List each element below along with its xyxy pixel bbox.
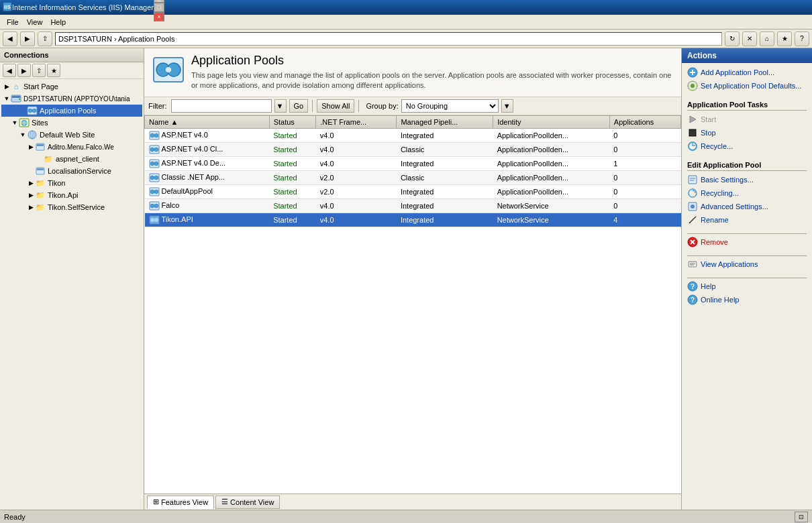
svg-line-56 bbox=[689, 217, 696, 223]
connections-tree: ▶ ⌂ Start Page ▼ DSP1TSATURN (APPTOYOU\t… bbox=[0, 79, 144, 510]
features-view-label: Features View bbox=[161, 498, 208, 506]
tree-item-sites[interactable]: ▼ 🌐 Sites bbox=[1, 117, 142, 129]
view-apps-link[interactable]: View Applications bbox=[687, 257, 807, 271]
table-row[interactable]: DefaultAppPoolStartedv2.0IntegratedAppli… bbox=[145, 184, 681, 198]
svg-point-26 bbox=[154, 148, 158, 152]
tree-item-aditro[interactable]: ▶ Aditro.Menu.Falco.We bbox=[1, 141, 142, 153]
conn-star-button[interactable]: ★ bbox=[47, 64, 60, 77]
tree-item-start-page[interactable]: ▶ ⌂ Start Page bbox=[1, 80, 142, 93]
table-row[interactable]: Classic .NET App...Startedv2.0ClassicApp… bbox=[145, 170, 681, 184]
favorites-button[interactable]: ★ bbox=[777, 32, 792, 46]
remove-link[interactable]: Remove bbox=[687, 235, 807, 249]
online-help-link[interactable]: ? Online Help bbox=[687, 293, 807, 306]
tree-label: Tikon.Api bbox=[48, 191, 78, 199]
stop-loading-button[interactable]: ✕ bbox=[742, 32, 757, 46]
svg-text:?: ? bbox=[691, 283, 695, 290]
basic-settings-link[interactable]: Basic Settings... bbox=[687, 173, 807, 186]
col-identity[interactable]: Identity bbox=[493, 115, 610, 128]
up-button[interactable]: ⇧ bbox=[38, 32, 52, 46]
recycling-icon bbox=[687, 188, 698, 198]
tree-item-default-web-site[interactable]: ▼ Default Web Site bbox=[1, 129, 142, 141]
table-row[interactable]: ASP.NET v4.0 Cl...Startedv4.0ClassicAppl… bbox=[145, 142, 681, 156]
menu-help[interactable]: Help bbox=[46, 17, 70, 27]
add-app-pool-link[interactable]: Add Application Pool... bbox=[687, 66, 807, 79]
back-button[interactable]: ◀ bbox=[3, 32, 17, 46]
address-input[interactable]: DSP1TSATURN › Application Pools bbox=[55, 32, 722, 46]
tasks-title: Application Pool Tasks bbox=[687, 98, 807, 111]
basic-settings-icon bbox=[687, 174, 698, 185]
refresh-button[interactable]: ↻ bbox=[725, 32, 740, 46]
table-row[interactable]: Tikon.APIStartedv4.0IntegratedNetworkSer… bbox=[145, 213, 681, 227]
content-title: Application Pools bbox=[191, 54, 673, 68]
filter-dropdown-button[interactable]: ▼ bbox=[274, 99, 287, 113]
recycling-link[interactable]: Recycling... bbox=[687, 186, 807, 200]
conn-up-button[interactable]: ⇧ bbox=[32, 64, 46, 77]
tree-item-aspnet[interactable]: 📁 aspnet_client bbox=[1, 153, 142, 165]
svg-point-32 bbox=[154, 176, 158, 180]
advanced-settings-label: Advanced Settings... bbox=[701, 202, 768, 211]
connections-label: Connections bbox=[4, 51, 49, 59]
help-nav-button[interactable]: ? bbox=[795, 32, 809, 46]
groupby-dropdown-button[interactable]: ▼ bbox=[501, 99, 513, 113]
website-icon bbox=[27, 129, 38, 140]
content-description: This page lets you view and manage the l… bbox=[191, 70, 673, 91]
advanced-settings-icon bbox=[687, 201, 698, 212]
tree-item-tikon-self[interactable]: ▶ 📁 Tikon.SelfService bbox=[1, 201, 142, 213]
svg-point-22 bbox=[150, 133, 154, 137]
menu-file[interactable]: File bbox=[3, 17, 23, 27]
cell-net_framework: v4.0 bbox=[316, 198, 397, 213]
show-all-label: Show All bbox=[321, 102, 350, 110]
stop-link[interactable]: Stop bbox=[687, 126, 807, 139]
cell-net_framework: v2.0 bbox=[316, 170, 397, 184]
svg-marker-47 bbox=[690, 116, 696, 123]
rename-link[interactable]: Rename bbox=[687, 213, 807, 227]
svg-text:?: ? bbox=[691, 296, 695, 304]
go-button[interactable]: Go bbox=[289, 99, 309, 113]
col-apps[interactable]: Applications bbox=[609, 115, 680, 128]
settings-icon bbox=[687, 80, 698, 91]
svg-point-38 bbox=[154, 204, 158, 208]
features-view-icon: ⊞ bbox=[153, 498, 159, 506]
tree-label: Application Pools bbox=[40, 107, 96, 115]
set-defaults-link[interactable]: Set Application Pool Defaults... bbox=[687, 79, 807, 93]
forward-button[interactable]: ▶ bbox=[20, 32, 35, 46]
tree-label: Tikon.SelfService bbox=[48, 203, 105, 211]
tree-item-localisation[interactable]: LocalisationService bbox=[1, 165, 142, 177]
table-row[interactable]: ASP.NET v4.0 De...Startedv4.0IntegratedA… bbox=[145, 156, 681, 170]
svg-point-37 bbox=[150, 204, 154, 208]
table-row[interactable]: ASP.NET v4.0Startedv4.0IntegratedApplica… bbox=[145, 128, 681, 142]
online-help-label: Online Help bbox=[701, 296, 739, 304]
tree-item-tikon[interactable]: ▶ 📁 Tikon bbox=[1, 177, 142, 189]
col-pipeline[interactable]: Managed Pipeli... bbox=[397, 115, 493, 128]
content-view-tab[interactable]: ☰ Content View bbox=[215, 496, 280, 509]
svg-point-6 bbox=[28, 109, 32, 113]
features-view-tab[interactable]: ⊞ Features View bbox=[147, 496, 214, 509]
svg-rect-48 bbox=[689, 129, 696, 136]
resize-grip-icon: ⊡ bbox=[795, 512, 808, 522]
menu-view[interactable]: View bbox=[23, 17, 47, 27]
conn-forward-button[interactable]: ▶ bbox=[17, 64, 31, 77]
show-all-button[interactable]: Show All bbox=[317, 99, 354, 113]
cell-identity: ApplicationPoolIden... bbox=[493, 184, 610, 198]
home-button[interactable]: ⌂ bbox=[760, 32, 774, 46]
close-button[interactable]: × bbox=[154, 12, 164, 21]
tree-item-server[interactable]: ▼ DSP1TSATURN (APPTOYOU\tania bbox=[1, 93, 142, 105]
maximize-button[interactable]: □ bbox=[154, 3, 164, 12]
recycle-link[interactable]: Recycle... bbox=[687, 139, 807, 153]
tree-item-tikon-api[interactable]: ▶ 📁 Tikon.Api bbox=[1, 189, 142, 201]
help-link[interactable]: ? Help bbox=[687, 280, 807, 293]
content-toolbar: Filter: ▼ Go Show All Group by: No Group… bbox=[144, 97, 681, 115]
col-name[interactable]: Name ▲ bbox=[145, 115, 270, 128]
groupby-select[interactable]: No Grouping Status .NET Framework Manage… bbox=[401, 99, 499, 113]
col-status[interactable]: Status bbox=[269, 115, 316, 128]
tree-item-app-pools[interactable]: Application Pools bbox=[1, 105, 142, 117]
advanced-settings-link[interactable]: Advanced Settings... bbox=[687, 200, 807, 213]
filter-input[interactable] bbox=[171, 99, 272, 113]
svg-rect-50 bbox=[689, 176, 697, 184]
tree-label: Tikon bbox=[48, 179, 66, 187]
table-row[interactable]: FalcoStartedv4.0IntegratedNetworkService… bbox=[145, 198, 681, 213]
title-bar-icon: IIS bbox=[3, 2, 12, 13]
col-framework[interactable]: .NET Frame... bbox=[316, 115, 397, 128]
expand-icon bbox=[19, 107, 27, 115]
conn-back-button[interactable]: ◀ bbox=[3, 64, 16, 77]
